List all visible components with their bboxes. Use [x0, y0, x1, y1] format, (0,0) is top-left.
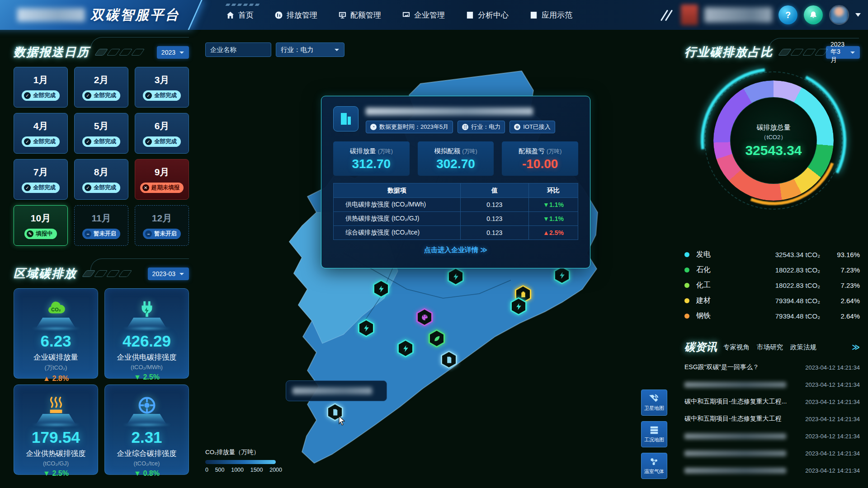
calendar-month-card[interactable]: 5月 ✓ 全部完成	[74, 113, 128, 154]
map-marker[interactable]	[416, 308, 433, 326]
news-tab[interactable]: 专家视角	[723, 343, 750, 352]
legend-tick: 500	[215, 467, 225, 473]
nav-item-icon	[529, 11, 538, 19]
popup-stat-unit: (万吨)	[378, 148, 393, 155]
industry-legend-row[interactable]: 钢铁 79394.48 tCO₂ 2.64%	[684, 308, 860, 324]
nav-menu-item[interactable]: 分析中心	[466, 10, 509, 20]
map-legend-ticks: 0500100015002000	[205, 467, 282, 473]
map-tooltip[interactable]	[286, 380, 387, 401]
marker-icon	[558, 272, 566, 279]
news-row[interactable]: ESG跟“双碳”是一回事么？ 2023-04-12 14:21:34	[684, 359, 860, 376]
map-marker[interactable]	[510, 297, 527, 315]
news-row[interactable]: 2023-04-12 14:21:34	[684, 376, 860, 393]
popup-stat-box: 模拟配额 (万吨) 302.70	[418, 141, 494, 176]
calendar-month-card[interactable]: 2月 ✓ 全部完成	[74, 67, 128, 108]
icon-pedestal	[127, 414, 166, 424]
nav-menu-item[interactable]: 配额管理	[338, 10, 381, 20]
marker-icon	[452, 273, 460, 281]
stat-trend: ▼ 2.5%	[14, 469, 98, 478]
help-button[interactable]: ?	[778, 5, 797, 24]
table-row[interactable]: 供热碳排放强度 (tCO₂/GJ) 0.123 ▼1.1%	[334, 211, 578, 225]
industry-legend-row[interactable]: 石化 18022.83 tCO₂ 7.23%	[684, 262, 860, 277]
calendar-month-card[interactable]: 12月 － 暂未开启	[135, 205, 189, 246]
calendar-month-card[interactable]: 6月 ✓ 全部完成	[135, 113, 189, 154]
region-stat-card[interactable]: 426.29 企业供电碳排强度 (tCO₂/MWh) ▼ 2.5%	[104, 288, 189, 379]
industry-select[interactable]: 行业：电力	[276, 42, 344, 57]
map-marker[interactable]	[441, 351, 457, 369]
month-status-badge: ✓ 全部完成	[22, 183, 60, 193]
map-marker[interactable]	[373, 280, 389, 298]
nav-menu-item[interactable]: 首页	[226, 10, 254, 20]
calendar-month-card[interactable]: 4月 ✓ 全部完成	[14, 113, 68, 154]
stat-card-icon	[105, 389, 189, 416]
region-stat-card[interactable]: 6.23 企业碳排放量 (万tCO₂) ▲ 2.8%	[14, 288, 98, 379]
enterprise-detail-link[interactable]: 点击进入企业详情 ≫	[333, 246, 578, 254]
calendar-month-card[interactable]: 10月 ✎ 填报中	[14, 205, 68, 246]
calendar-month-card[interactable]: 11月 － 暂未开启	[74, 205, 128, 246]
month-label: 8月	[94, 166, 109, 178]
calendar-month-card[interactable]: 1月 ✓ 全部完成	[14, 67, 68, 108]
building-icon	[338, 111, 354, 127]
news-row[interactable]: 碳中和五期项目-生态修复重大工程... 2023-04-12 14:21:34	[684, 393, 860, 410]
map-marker[interactable]	[397, 339, 414, 357]
region-title: 区域碳排放	[14, 266, 77, 282]
map-layer-button[interactable]: 工况地图	[641, 421, 667, 447]
map-marker[interactable]	[358, 319, 374, 337]
news-tab[interactable]: 市场研究	[757, 343, 783, 352]
user-avatar[interactable]	[829, 5, 849, 25]
user-menu-caret-icon[interactable]	[855, 13, 861, 17]
company-name-input[interactable]	[205, 42, 271, 57]
news-tab[interactable]: 政策法规	[790, 343, 816, 352]
notifications-button[interactable]	[804, 5, 823, 24]
region-stat-card[interactable]: 179.54 企业供热碳排强度 (tCO₂/GJ) ▼ 2.5%	[14, 385, 98, 475]
calendar-month-card[interactable]: 7月 ✓ 全部完成	[14, 159, 68, 200]
news-row[interactable]: 碳中和五期项目-生态修复重大工程 2023-04-12 14:21:34	[684, 410, 860, 427]
region-period-dropdown[interactable]: 2023-03	[148, 267, 189, 280]
badge-status-label: 全部完成	[154, 92, 177, 99]
calendar-month-card[interactable]: 3月 ✓ 全部完成	[135, 67, 189, 108]
icon-pedestal	[127, 318, 166, 328]
donut-center-label: 碳排放总量	[757, 123, 791, 132]
map-marker[interactable]	[448, 267, 464, 286]
news-more-link[interactable]: ≫	[852, 343, 860, 352]
news-row[interactable]: 2023-04-12 14:21:34	[684, 445, 860, 462]
map-layer-button[interactable]: 卫星地图	[641, 389, 667, 416]
industry-legend-row[interactable]: 化工 18022.83 tCO₂ 7.23%	[684, 277, 860, 293]
popup-stat-label: 碳排放量 (万吨)	[333, 147, 410, 155]
industry-period-dropdown[interactable]: 2023年3月	[826, 46, 860, 59]
slash-decoration	[661, 7, 675, 23]
calendar-month-card[interactable]: 8月 ✓ 全部完成	[74, 159, 128, 200]
industry-legend-row[interactable]: 建材 79394.48 tCO₂ 2.64%	[684, 293, 860, 308]
table-row[interactable]: 供电碳排放强度 (tCO₂/MWh) 0.123 ▼1.1%	[334, 197, 578, 211]
marker-icon	[421, 314, 429, 321]
table-row[interactable]: 综合碳排放强度 (tCO₂/tce) 0.123 ▲2.5%	[334, 225, 578, 239]
nav-menu-item[interactable]: 应用示范	[529, 10, 572, 20]
news-item-title-blurred	[684, 450, 786, 456]
table-header-cell: 环比	[529, 183, 578, 197]
calendar-month-card[interactable]: 9月 ✕ 超期未填报	[135, 159, 189, 200]
legend-tick: 1000	[231, 467, 244, 473]
hexagon-badge	[554, 266, 570, 284]
trend-arrow-icon: ▼	[134, 469, 141, 477]
map-layer-button[interactable]: 温室气体	[641, 453, 667, 479]
legend-tick: 0	[205, 467, 208, 473]
legend-value: 32543.34 tCO₂	[738, 251, 826, 258]
map-layer-label: 温室气体	[644, 468, 664, 475]
trend-arrow-icon: ▲	[43, 375, 50, 382]
nav-menu-item[interactable]: 排放管理	[274, 10, 317, 20]
popup-data-table: 数据项值环比 供电碳排放强度 (tCO₂/MWh) 0.123 ▼1.1% 供热…	[333, 183, 578, 240]
popup-stat-value: 302.70	[418, 157, 494, 171]
map-marker[interactable]	[554, 266, 570, 284]
legend-name: 发电	[696, 250, 738, 259]
nav-menu-item[interactable]: 企业管理	[402, 10, 445, 20]
map-marker[interactable]	[429, 329, 445, 347]
news-row[interactable]: 2023-04-12 14:21:34	[684, 427, 860, 445]
region-stat-card[interactable]: 2.31 企业综合碳排强度 (tCO₂/tce) ▼ 0.8%	[104, 385, 189, 475]
badge-status-icon: ✓	[85, 184, 91, 191]
calendar-year-dropdown[interactable]: 2023	[157, 46, 189, 59]
org-name-blurred	[704, 7, 772, 23]
industry-legend-row[interactable]: 发电 32543.34 tCO₂ 93.16%	[684, 247, 860, 262]
stat-label: 企业供电碳排强度	[105, 352, 189, 362]
popup-stat-value: -10.00	[502, 157, 578, 171]
news-row[interactable]: 2023-04-12 14:21:34	[684, 462, 860, 479]
